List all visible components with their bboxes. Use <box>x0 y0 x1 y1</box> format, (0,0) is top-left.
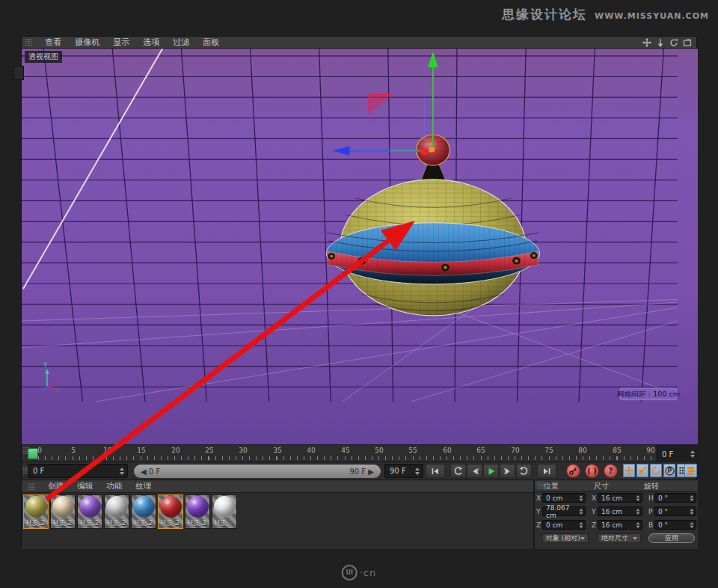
watermark: 思缘设计论坛 WWW.MISSYUAN.COM <box>502 6 709 23</box>
drag-handle-icon[interactable]: ⣿⣿ <box>536 482 543 489</box>
spinner-icon[interactable] <box>120 468 124 475</box>
tick-label: 25 <box>205 447 213 454</box>
next-frame-button[interactable] <box>500 464 515 478</box>
play-button[interactable] <box>483 464 499 478</box>
keyframe-help-button[interactable]: ? <box>604 464 618 478</box>
move-tool-button[interactable] <box>623 464 635 477</box>
go-to-end-button[interactable] <box>537 464 556 478</box>
size-z-value: 16 cm <box>601 521 622 529</box>
material-label: 材质.2 <box>78 518 102 528</box>
coordinate-mode-dropdown[interactable]: 对象 (相对) <box>542 533 589 543</box>
coordinates-panel: ⣿⣿ 位置 尺寸 旋转 X 0 cm X 16 cm H 0 ° Y 78.06… <box>535 480 698 549</box>
material-swatch[interactable]: 材质.2 <box>50 494 76 529</box>
coordinate-system-button[interactable]: P <box>663 464 675 477</box>
screenshot-root: { "watermark": { "site_name": "思缘设计论坛", … <box>0 0 718 588</box>
material-swatch[interactable]: 材质.1 <box>185 494 210 529</box>
drag-handle-icon[interactable]: ⣿⣿ <box>28 483 34 490</box>
rot-p-field[interactable]: 0 ° <box>654 506 696 516</box>
size-y-field[interactable]: 16 cm <box>598 506 642 516</box>
material-label: 材质.2 <box>105 518 129 528</box>
spinner-icon[interactable] <box>636 509 640 515</box>
timeline-ruler[interactable]: ⣿⣿ 0 5 10 15 20 25 30 35 40 45 50 55 60 … <box>22 444 696 462</box>
spinner-icon[interactable] <box>415 468 420 475</box>
timeline-playhead[interactable] <box>28 448 38 459</box>
rot-h-field[interactable]: 0 ° <box>654 493 696 503</box>
material-swatch[interactable]: 材质 <box>212 494 237 529</box>
apply-button[interactable]: 应用 <box>648 533 695 543</box>
ui-cn-logo: UI ·cn <box>342 565 377 581</box>
pos-z-field[interactable]: 0 cm <box>542 520 586 530</box>
spinner-icon[interactable] <box>690 522 694 528</box>
chevron-down-icon <box>580 537 585 540</box>
spinner-icon[interactable] <box>690 450 695 458</box>
materials-menu-edit[interactable]: 编辑 <box>77 481 93 491</box>
pos-y-label: Y <box>536 508 542 515</box>
previous-frame-button[interactable] <box>467 464 482 478</box>
current-frame-value: 0 F <box>33 467 44 475</box>
spinner-icon[interactable] <box>580 522 583 528</box>
pos-y-field[interactable]: 78.067 cm <box>542 506 586 516</box>
dolly-icon[interactable] <box>656 38 665 47</box>
spinner-icon[interactable] <box>580 495 583 501</box>
rot-b-label: B <box>648 521 654 529</box>
preview-range-slider[interactable]: ◀ 0 F 90 F ▶ <box>134 465 381 478</box>
spinner-icon[interactable] <box>690 495 694 501</box>
previous-key-button[interactable] <box>450 464 466 478</box>
gizmo-origin-dot[interactable] <box>420 147 429 155</box>
drag-handle-icon[interactable]: ⣿⣿ <box>25 39 31 46</box>
spinner-icon[interactable] <box>580 509 583 515</box>
spinner-icon[interactable] <box>690 509 694 515</box>
go-to-end-icon <box>542 467 551 476</box>
spinner-icon[interactable] <box>636 495 640 501</box>
material-swatch[interactable]: 材质.2 <box>131 494 156 529</box>
current-frame-field[interactable]: 0 F <box>28 464 128 478</box>
rotate-tool-button[interactable] <box>650 464 662 477</box>
rotate-tool-icon <box>651 466 660 475</box>
autokey-button[interactable]: ( ) <box>585 464 599 478</box>
gizmo-center-handle[interactable] <box>429 147 435 152</box>
viewport-side-tab[interactable] <box>13 66 24 80</box>
materials-panel: ⣿⣿ 创建 编辑 功能 纹理 材质.2 材质.2 材质.2 材质.2 <box>22 480 533 549</box>
ruler-frame-field[interactable]: 0 F <box>657 445 698 463</box>
record-keyframe-button[interactable] <box>566 464 580 478</box>
c4d-window: ⣿⣿ 查看 摄像机 显示 选项 过滤 面板 透视视图 <box>21 36 697 549</box>
size-x-field[interactable]: 16 cm <box>598 493 642 503</box>
materials-menu-create[interactable]: 创建 <box>48 481 64 491</box>
go-to-start-button[interactable] <box>426 464 445 478</box>
pos-x-value: 0 cm <box>546 494 562 502</box>
menu-display[interactable]: 显示 <box>113 37 129 48</box>
pan-icon[interactable] <box>642 38 651 47</box>
rot-p-label: P <box>648 508 654 515</box>
material-swatch[interactable]: 材质.2 <box>158 494 183 529</box>
maximize-view-icon[interactable] <box>683 38 692 47</box>
size-mode-dropdown[interactable]: 绝对尺寸 <box>598 533 641 543</box>
materials-menu-texture[interactable]: 纹理 <box>135 481 151 491</box>
material-preview-sphere <box>79 496 101 518</box>
tick-label: 60 <box>443 447 451 454</box>
menu-view[interactable]: 查看 <box>45 37 61 48</box>
rot-b-field[interactable]: 0 ° <box>654 520 696 530</box>
coordinates-header: ⣿⣿ 位置 尺寸 旋转 <box>535 480 698 491</box>
scale-tool-button[interactable] <box>636 464 648 477</box>
layer-bars-button[interactable] <box>684 464 697 477</box>
material-swatch[interactable]: 材质.2 <box>23 494 49 529</box>
material-swatch[interactable]: 材质.2 <box>104 494 129 529</box>
end-frame-field[interactable]: 90 F <box>384 464 423 478</box>
spinner-icon[interactable] <box>636 522 640 528</box>
material-swatch[interactable]: 材质.2 <box>77 494 102 529</box>
materials-menu-function[interactable]: 功能 <box>106 481 122 491</box>
pos-y-value: 78.067 cm <box>546 504 579 519</box>
rotate-view-icon[interactable] <box>669 38 678 47</box>
transport-bar: ⣿⣿ 0 F ◀ 0 F 90 F ▶ 90 F <box>22 462 696 480</box>
menu-camera[interactable]: 摄像机 <box>75 37 99 48</box>
menu-filter[interactable]: 过滤 <box>173 37 189 48</box>
menu-panel[interactable]: 面板 <box>203 37 219 48</box>
header-position: 位置 <box>544 481 559 491</box>
size-z-field[interactable]: 16 cm <box>598 520 642 530</box>
size-mode-value: 绝对尺寸 <box>601 533 628 543</box>
pos-x-field[interactable]: 0 cm <box>542 493 586 503</box>
perspective-viewport[interactable]: 透视视图 <box>22 49 698 444</box>
size-y-value: 16 cm <box>601 508 622 515</box>
menu-options[interactable]: 选项 <box>143 37 159 48</box>
next-key-button[interactable] <box>516 464 532 478</box>
